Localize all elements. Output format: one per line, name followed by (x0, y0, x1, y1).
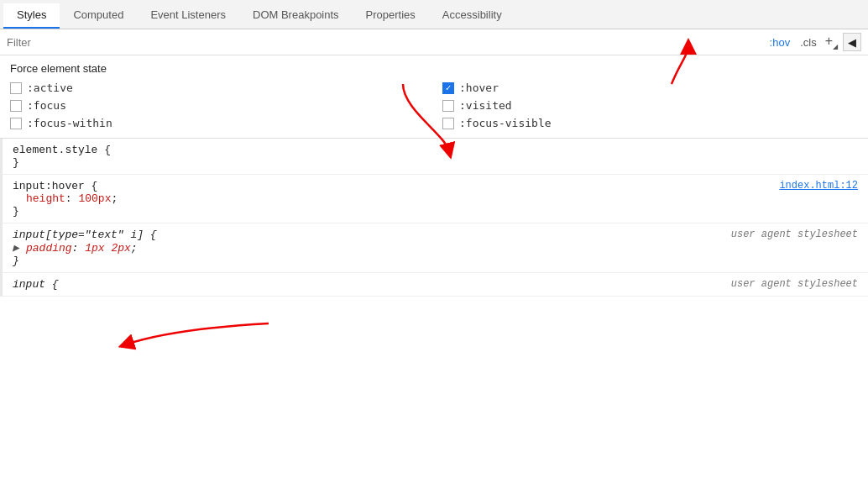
tab-event-listeners[interactable]: Event Listeners (137, 3, 239, 29)
source-input-hover[interactable]: index.html:12 (779, 180, 858, 192)
state-grid: :active :hover :focus :visited :focus-wi… (10, 81, 858, 129)
state-active: :active (10, 81, 426, 94)
source-user-agent-2: user agent stylesheet (731, 278, 858, 290)
label-focus-within: :focus-within (27, 117, 112, 129)
label-hover: :hover (459, 81, 499, 94)
tab-dom-breakpoints[interactable]: DOM Breakpoints (239, 3, 353, 29)
force-state-title: Force element state (10, 62, 858, 75)
selector-element-style: element.style { (13, 144, 858, 156)
state-visited: :visited (442, 99, 858, 112)
filter-bar: :hov .cls +◢ ◀ (0, 29, 868, 55)
label-visited: :visited (459, 99, 512, 112)
rule-element-style: element.style { } (0, 139, 868, 175)
state-focus-visible: :focus-visible (442, 117, 858, 129)
label-focus: :focus (27, 99, 66, 112)
add-style-button[interactable]: +◢ (824, 34, 839, 50)
checkbox-visited[interactable] (442, 100, 454, 112)
toggle-sidebar-button[interactable]: ◀ (843, 33, 861, 51)
tab-accessibility[interactable]: Accessibility (429, 3, 515, 29)
tab-styles[interactable]: Styles (3, 3, 60, 29)
tab-bar: Styles Computed Event Listeners DOM Brea… (0, 0, 868, 29)
cls-button[interactable]: .cls (797, 34, 820, 50)
close-input-type-text: } (13, 255, 858, 267)
selector-input-hover: input:hover { (13, 180, 858, 192)
rule-input-hover: index.html:12 input:hover { height : 100… (0, 175, 868, 223)
property-padding: ▶ padding : 1px 2px ; (13, 241, 858, 255)
state-focus: :focus (10, 99, 426, 112)
rule-input-base: user agent stylesheet input { (0, 273, 868, 297)
property-height: height : 100px ; (13, 192, 858, 205)
close-element-style: } (13, 156, 858, 169)
hov-button[interactable]: :hov (766, 34, 794, 50)
checkbox-hover[interactable] (442, 82, 454, 94)
source-user-agent-1: user agent stylesheet (731, 229, 858, 240)
state-hover: :hover (442, 81, 858, 94)
expand-col (13, 192, 26, 205)
rule-input-type-text: user agent stylesheet input[type="text" … (0, 223, 868, 273)
close-input-hover: } (13, 205, 858, 218)
label-focus-visible: :focus-visible (459, 117, 552, 129)
checkbox-active[interactable] (10, 82, 22, 94)
checkbox-focus-visible[interactable] (442, 118, 454, 129)
force-element-state-section: Force element state :active :hover :focu… (0, 55, 868, 139)
css-rules-panel: element.style { } index.html:12 input:ho… (0, 139, 868, 297)
expand-triangle[interactable]: ▶ (13, 241, 26, 255)
state-focus-within: :focus-within (10, 117, 426, 129)
checkbox-focus[interactable] (10, 100, 22, 112)
tab-properties[interactable]: Properties (353, 3, 429, 29)
tab-computed[interactable]: Computed (60, 3, 137, 29)
checkbox-focus-within[interactable] (10, 118, 22, 129)
filter-actions: :hov .cls +◢ ◀ (766, 33, 861, 51)
label-active: :active (27, 81, 73, 94)
filter-input[interactable] (7, 36, 761, 49)
